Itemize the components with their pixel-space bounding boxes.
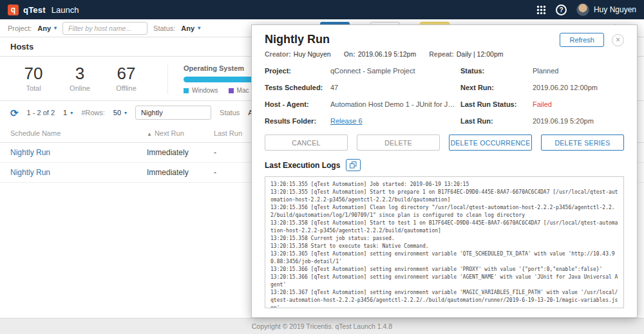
status-value: Planned — [533, 67, 624, 75]
copy-icon — [350, 162, 357, 169]
delete-occurrence-button[interactable]: DELETE OCCURRENCE — [449, 135, 532, 151]
status-filter-select[interactable]: Any ▾ — [181, 24, 200, 32]
last-run-status-value: Failed — [533, 100, 624, 108]
column-header-schedule-name[interactable]: Schedule Name — [0, 124, 137, 143]
delete-series-button[interactable]: DELETE SERIES — [541, 135, 624, 151]
project-label: Project: — [265, 67, 327, 75]
creator-meta: Creator: Huy Nguyen — [265, 50, 331, 58]
next-run-cell: Immediately — [137, 163, 204, 183]
results-folder-link[interactable]: Release 6 — [330, 117, 363, 125]
results-folder-label: Results Folder: — [265, 117, 327, 125]
copy-logs-button[interactable] — [346, 159, 361, 171]
status-filter-label: Status: — [153, 24, 175, 32]
app-window: q qTest Launch ? Huy Nguyen Project: Any — [0, 0, 644, 334]
column-header-next-run[interactable]: ▲Next Run — [137, 124, 204, 143]
modal-title: Nightly Run — [265, 33, 330, 46]
next-run-label: Next Run: — [460, 84, 529, 91]
modal-fields: Project: qConnect - Sample Project Statu… — [265, 67, 624, 125]
close-icon[interactable]: × — [612, 34, 624, 46]
next-run-cell: Immediately — [137, 143, 204, 163]
apps-grid-icon[interactable] — [536, 5, 546, 15]
windows-swatch-icon — [184, 88, 189, 93]
status-label: Status: — [460, 67, 529, 75]
chevron-down-icon: ▾ — [70, 110, 73, 116]
next-run-value: 2019.06.20 12:00pm — [533, 84, 624, 91]
rows-per-page-label: #Rows: — [81, 109, 105, 116]
qtest-logo-icon: q — [8, 5, 19, 15]
host-agent-value: Automation Host Demo 1 - JUnit for Java … — [330, 100, 457, 108]
host-name-filter-input[interactable] — [62, 22, 147, 35]
created-on-meta: On: 2019.06.19 5:12pm — [344, 50, 417, 58]
schedule-detail-modal: Nightly Run Refresh × Creator: Huy Nguye… — [251, 24, 638, 318]
stat-online: 3 Online — [57, 64, 103, 92]
brand-suffix: Launch — [52, 5, 79, 15]
schedule-name-link[interactable]: Nightly Run — [10, 148, 50, 157]
copyright-text: Copyright © 2019 Tricentis. qTest Launch… — [252, 322, 392, 330]
rows-per-page-select[interactable]: 50 ▾ — [113, 109, 127, 116]
cancel-button[interactable]: CANCEL — [265, 135, 348, 151]
tests-scheduled-value: 47 — [330, 84, 457, 91]
repeat-meta: Repeat: Daily | 12:00pm — [429, 50, 503, 58]
chevron-down-icon: ▾ — [124, 110, 127, 116]
page-select[interactable]: 1 ▾ — [63, 109, 73, 116]
project-filter-select[interactable]: Any ▾ — [37, 24, 57, 32]
execution-logs-label: Last Execution Logs — [265, 161, 340, 170]
user-name[interactable]: Huy Nguyen — [594, 5, 636, 14]
project-value: qConnect - Sample Project — [330, 67, 457, 75]
legend-mac: Mac — [229, 87, 249, 94]
legend-windows: Windows — [184, 87, 218, 94]
schedule-name-link[interactable]: Nightly Run — [10, 168, 50, 177]
top-navbar: q qTest Launch ? Huy Nguyen — [0, 0, 644, 19]
host-agent-label: Host - Agent: — [265, 100, 327, 108]
schedule-status-label: Status — [220, 109, 240, 116]
last-run-value: 2019.06.19 5:20pm — [533, 117, 624, 125]
tests-scheduled-label: Tests Scheduled: — [265, 84, 327, 91]
modal-actions: CANCEL DELETE DELETE OCCURRENCE DELETE S… — [265, 135, 624, 151]
stat-offline: 67 Offline — [103, 64, 149, 92]
chevron-down-icon: ▾ — [198, 25, 200, 31]
chevron-down-icon: ▾ — [54, 25, 57, 31]
project-filter-label: Project: — [8, 24, 32, 32]
sort-asc-icon: ▲ — [147, 131, 152, 137]
delete-button[interactable]: DELETE — [357, 135, 440, 151]
brand-name: qTest — [23, 5, 46, 15]
execution-log-output[interactable]: 13:20:15.355 [qTest Automation] Job star… — [265, 176, 624, 308]
refresh-icon[interactable]: ⟳ — [10, 108, 19, 118]
mac-swatch-icon — [229, 88, 234, 93]
last-run-status-label: Last Run Status: — [460, 100, 529, 108]
last-run-label: Last Run: — [460, 117, 529, 125]
modal-refresh-button[interactable]: Refresh — [560, 33, 604, 47]
pagination-range: 1 - 2 of 2 — [27, 109, 55, 116]
schedule-search-input[interactable] — [135, 106, 211, 120]
help-icon[interactable]: ? — [556, 5, 567, 15]
user-avatar[interactable] — [576, 3, 589, 16]
modal-meta: Creator: Huy Nguyen On: 2019.06.19 5:12p… — [265, 50, 624, 58]
stat-total: 70 Total — [10, 64, 57, 92]
footer: Copyright © 2019 Tricentis. qTest Launch… — [0, 318, 644, 334]
